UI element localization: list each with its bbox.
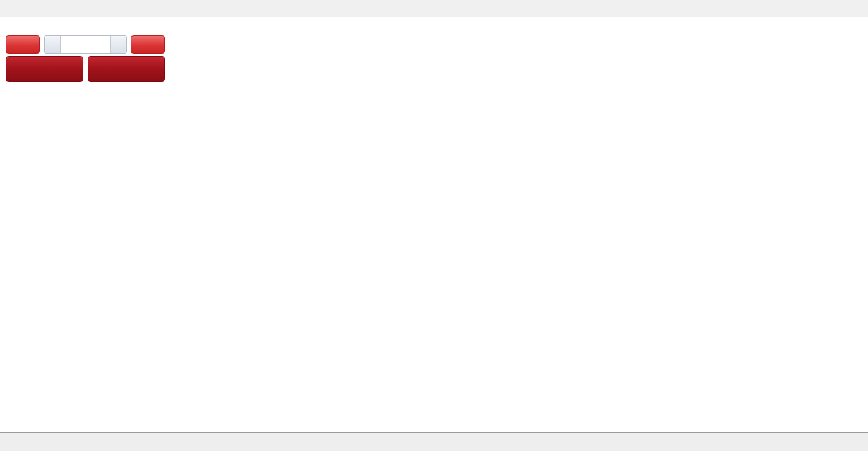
volume-input[interactable]	[61, 36, 110, 53]
one-click-trade-panel	[6, 35, 165, 82]
buy-button[interactable]	[131, 35, 165, 54]
volume-increase-button[interactable]	[110, 36, 126, 53]
chart-tab-bar	[0, 432, 868, 451]
sell-button[interactable]	[6, 35, 40, 54]
sell-price-quote[interactable]	[6, 56, 83, 82]
buy-price-quote[interactable]	[88, 56, 165, 82]
trading-terminal-window	[0, 0, 868, 451]
volume-decrease-button[interactable]	[45, 36, 61, 53]
volume-spinner	[44, 35, 127, 54]
